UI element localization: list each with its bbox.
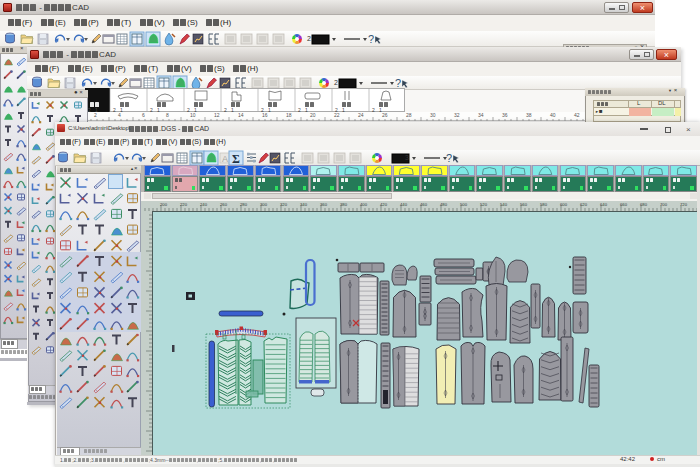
svg-text:220: 220 <box>180 202 188 207</box>
svg-text:480: 480 <box>440 202 448 207</box>
svg-text:380: 380 <box>340 202 348 207</box>
svg-text:320: 320 <box>280 202 288 207</box>
svg-text:640: 640 <box>600 202 608 207</box>
svg-text:680: 680 <box>640 202 648 207</box>
svg-text:38: 38 <box>526 112 532 118</box>
svg-text:40: 40 <box>550 112 556 118</box>
svg-text:26: 26 <box>382 112 388 118</box>
svg-text:580: 580 <box>540 202 548 207</box>
svg-text:34: 34 <box>478 112 484 118</box>
svg-text:280: 280 <box>240 202 248 207</box>
svg-text:700: 700 <box>660 202 668 207</box>
svg-text:720: 720 <box>680 202 688 207</box>
svg-text:36: 36 <box>502 112 508 118</box>
svg-text:540: 540 <box>500 202 508 207</box>
svg-text:14: 14 <box>238 112 244 118</box>
svg-text:340: 340 <box>300 202 308 207</box>
svg-text:500: 500 <box>460 202 468 207</box>
svg-text:440: 440 <box>400 202 408 207</box>
svg-text:20: 20 <box>310 112 316 118</box>
svg-text:Σ: Σ <box>232 152 240 166</box>
svg-text:520: 520 <box>480 202 488 207</box>
svg-text:32: 32 <box>454 112 460 118</box>
svg-text:?: ? <box>446 152 452 164</box>
svg-text:620: 620 <box>580 202 588 207</box>
svg-text:420: 420 <box>380 202 388 207</box>
svg-text:600: 600 <box>560 202 568 207</box>
svg-text:A: A <box>222 154 228 164</box>
svg-text:8: 8 <box>166 112 169 118</box>
svg-text:240: 240 <box>200 202 208 207</box>
svg-text:660: 660 <box>620 202 628 207</box>
svg-text:18: 18 <box>286 112 292 118</box>
svg-text:2: 2 <box>94 112 97 118</box>
svg-text:4: 4 <box>118 112 121 118</box>
svg-text:460: 460 <box>420 202 428 207</box>
svg-text:200: 200 <box>160 202 168 207</box>
svg-text:28: 28 <box>406 112 412 118</box>
svg-text:12: 12 <box>214 112 220 118</box>
svg-text:300: 300 <box>260 202 268 207</box>
svg-text:16: 16 <box>262 112 268 118</box>
svg-text:560: 560 <box>520 202 528 207</box>
svg-text:400: 400 <box>360 202 368 207</box>
svg-text:10: 10 <box>190 112 196 118</box>
svg-text:22: 22 <box>334 112 340 118</box>
svg-text:42: 42 <box>574 112 580 118</box>
svg-text:24: 24 <box>358 112 364 118</box>
svg-text:360: 360 <box>320 202 328 207</box>
svg-text:260: 260 <box>220 202 228 207</box>
svg-text:?: ? <box>368 33 374 45</box>
svg-text:30: 30 <box>430 112 436 118</box>
svg-text:6: 6 <box>142 112 145 118</box>
